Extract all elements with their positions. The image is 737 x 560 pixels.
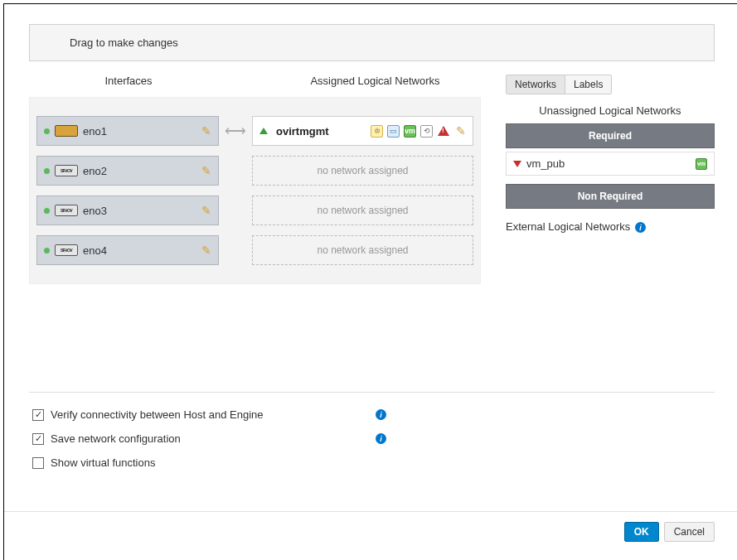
option-label: Verify connectivity between Host and Eng… <box>51 408 374 421</box>
nic-icon <box>55 125 78 137</box>
left-column: Interfaces Assigned Logical Networks eno… <box>29 75 481 284</box>
tab-networks[interactable]: Networks <box>507 75 565 94</box>
checkbox-showvf[interactable] <box>32 457 44 469</box>
unassigned-title: Unassigned Logical Networks <box>506 104 715 117</box>
unassigned-network-item[interactable]: vm_pub vm <box>506 152 715 176</box>
right-column: Networks Labels Unassigned Logical Netwo… <box>506 75 715 284</box>
interface-name: eno1 <box>83 125 107 138</box>
no-network-dropzone[interactable]: no network assigned <box>252 156 473 186</box>
option-save-config: ✓ Save network configuration i <box>29 427 715 451</box>
interface-name: eno2 <box>83 165 107 177</box>
option-label: Show virtual functions <box>51 456 374 469</box>
interfaces-header: Interfaces <box>29 75 228 87</box>
display-icon: ▭ <box>387 125 400 138</box>
vm-network-icon: vm <box>696 158 707 170</box>
edit-interface-icon[interactable]: ✎ <box>201 244 211 257</box>
no-network-dropzone[interactable]: no network assigned <box>252 196 473 225</box>
status-dot-icon <box>44 208 50 214</box>
edit-network-icon[interactable]: ✎ <box>456 124 466 138</box>
interface-name: eno4 <box>83 244 107 257</box>
interface-row: SR-IOV eno3 ✎ no network assigned <box>36 196 473 225</box>
option-verify-connectivity: ✓ Verify connectivity between Host and E… <box>29 403 715 427</box>
ok-button[interactable]: OK <box>624 522 659 542</box>
status-dot-icon <box>44 168 50 174</box>
unassigned-network-name: vm_pub <box>526 157 565 170</box>
setup-networks-dialog: Drag to make changes Interfaces Assigned… <box>3 3 737 560</box>
option-label: Save network configuration <box>51 432 374 445</box>
option-show-virtual-functions: Show virtual functions <box>29 451 715 475</box>
migration-icon: ⟲ <box>420 125 433 138</box>
status-dot-icon <box>44 248 50 253</box>
required-section-header: Required <box>506 123 715 148</box>
section-divider <box>29 392 715 393</box>
interface-name: eno3 <box>83 205 107 217</box>
vm-network-icon: vm <box>404 125 416 138</box>
status-dot-icon <box>44 128 50 134</box>
drag-hint-banner: Drag to make changes <box>29 24 715 61</box>
main-columns: Interfaces Assigned Logical Networks eno… <box>29 75 715 284</box>
column-headers: Interfaces Assigned Logical Networks <box>29 75 481 87</box>
interface-card-eno3[interactable]: SR-IOV eno3 ✎ <box>36 196 219 225</box>
management-icon: ♔ <box>371 125 383 138</box>
info-icon[interactable]: i <box>376 409 386 420</box>
assigned-network-name: ovirtmgmt <box>276 125 329 138</box>
non-required-section-header: Non Required <box>506 184 715 209</box>
external-networks-label: External Logical Networks i <box>506 220 715 233</box>
options-block: ✓ Verify connectivity between Host and E… <box>29 403 715 475</box>
network-down-icon <box>513 161 521 167</box>
checkbox-verify[interactable]: ✓ <box>32 409 44 421</box>
drag-hint-text: Drag to make changes <box>70 36 178 49</box>
interface-card-eno2[interactable]: SR-IOV eno2 ✎ <box>36 156 219 186</box>
interface-row: SR-IOV eno4 ✎ no network assigned <box>36 235 473 265</box>
interface-row: SR-IOV eno2 ✎ no network assigned <box>36 156 473 186</box>
sriov-icon: SR-IOV <box>55 165 78 176</box>
dialog-footer: OK Cancel <box>4 511 737 542</box>
info-icon[interactable]: i <box>376 433 386 444</box>
network-status-icon <box>259 128 268 134</box>
interface-card-eno1[interactable]: eno1 ✎ <box>36 116 219 146</box>
sriov-icon: SR-IOV <box>55 244 78 256</box>
no-network-dropzone[interactable]: no network assigned <box>252 235 473 265</box>
interfaces-panel: eno1 ✎ ⟷ ovirtmgmt ♔ ▭ vm ⟲ ✎ <box>29 97 481 284</box>
edit-interface-icon[interactable]: ✎ <box>201 164 211 177</box>
interface-row: eno1 ✎ ⟷ ovirtmgmt ♔ ▭ vm ⟲ ✎ <box>36 116 473 146</box>
tab-labels[interactable]: Labels <box>565 75 611 94</box>
checkbox-save[interactable]: ✓ <box>32 433 44 445</box>
assigned-network-card[interactable]: ovirtmgmt ♔ ▭ vm ⟲ ✎ <box>252 116 473 146</box>
edit-interface-icon[interactable]: ✎ <box>201 204 211 217</box>
network-tabs: Networks Labels <box>506 75 612 94</box>
edit-interface-icon[interactable]: ✎ <box>201 124 211 138</box>
info-icon[interactable]: i <box>635 222 646 233</box>
assigned-header: Assigned Logical Networks <box>269 75 481 87</box>
link-arrow-icon: ⟷ <box>219 122 252 140</box>
out-of-sync-icon <box>438 126 449 136</box>
interface-card-eno4[interactable]: SR-IOV eno4 ✎ <box>36 235 219 265</box>
sriov-icon: SR-IOV <box>55 205 78 216</box>
cancel-button[interactable]: Cancel <box>664 522 715 542</box>
